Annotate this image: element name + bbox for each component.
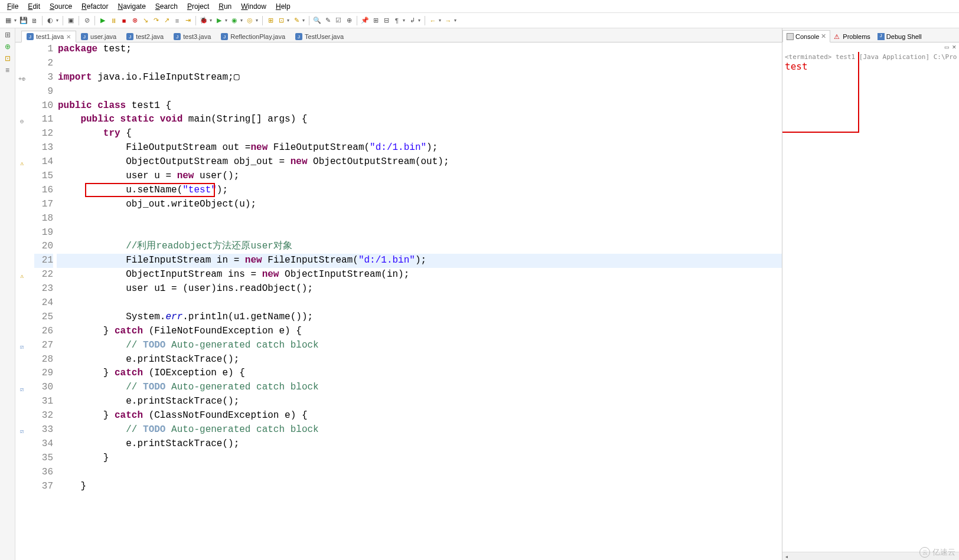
toggle-icon[interactable]: ⊕ (344, 16, 354, 25)
step-return-icon[interactable]: ↗ (162, 16, 171, 25)
code-line[interactable]: user u = new user(); (57, 169, 782, 184)
code-line[interactable]: user u1 = (user)ins.readObject(); (57, 282, 782, 296)
menu-project[interactable]: Project (182, 1, 214, 12)
menu-run[interactable]: Run (214, 1, 236, 12)
code-line[interactable]: e.printStackTrace(); (57, 437, 782, 451)
wand-icon[interactable]: ✎ (323, 16, 332, 25)
run-last-icon[interactable]: ◎ (245, 16, 255, 25)
editor-tab[interactable]: JReflectionPlay.java (216, 31, 291, 42)
debug-pause-icon[interactable]: ⏸ (109, 16, 118, 25)
editor-tab[interactable]: Jtest3.java (169, 31, 216, 42)
close-tab-icon[interactable]: ✕ (821, 32, 826, 40)
drop-frame-icon[interactable]: ≡ (172, 16, 182, 25)
step-filter-icon[interactable]: ⇥ (183, 16, 193, 25)
search-icon[interactable]: 🔍 (312, 16, 322, 25)
scroll-left-icon[interactable]: ◂ (782, 552, 791, 560)
code-line[interactable] (57, 212, 782, 226)
code-line[interactable]: } catch (FileNotFoundException e) { (57, 325, 782, 339)
menu-file[interactable]: File (2, 1, 23, 12)
code-line[interactable]: } catch (ClassNotFoundException e) { (57, 409, 782, 423)
code-line[interactable]: public static void main(String[] args) { (57, 113, 782, 127)
code-content[interactable]: package test;import java.io.FileInputStr… (57, 42, 782, 560)
pin-icon[interactable]: 📌 (360, 16, 370, 25)
menu-refactor[interactable]: Refactor (77, 1, 113, 12)
view-tab-console[interactable]: Console ✕ (782, 30, 830, 42)
bug-icon[interactable]: 🐞 (199, 16, 208, 25)
debug-stop-icon[interactable]: ■ (119, 16, 129, 25)
back-icon[interactable]: ← (428, 16, 438, 25)
console-body[interactable]: <terminated> test1 [Java Application] C:… (782, 52, 959, 552)
code-line[interactable] (57, 296, 782, 310)
code-line[interactable]: FileOutputStream out =new FileOutputStre… (57, 141, 782, 155)
package-explorer-icon[interactable]: ⊕ (5, 42, 11, 51)
format-icon[interactable]: ¶ (392, 16, 402, 25)
code-line[interactable]: // TODO Auto-generated catch block (57, 339, 782, 353)
code-line[interactable]: public class test1 { (57, 99, 782, 113)
debug-continue-icon[interactable]: ▶ (98, 16, 107, 25)
editor-tab[interactable]: Jtest2.java (122, 31, 169, 42)
code-line[interactable]: e.printStackTrace(); (57, 353, 782, 367)
code-line[interactable]: FileInputStream in = new FileInputStream… (57, 254, 782, 268)
gutter-marker[interactable]: ⊖ (18, 115, 26, 123)
step-into-icon[interactable]: ↘ (141, 16, 150, 25)
code-line[interactable]: package test; (57, 42, 782, 57)
code-line[interactable] (57, 85, 782, 99)
debug-disconnect-icon[interactable]: ⊗ (130, 16, 139, 25)
close-tab-icon[interactable]: ✕ (66, 34, 71, 40)
view-tab-debug-shell[interactable]: JDebug Shell (874, 31, 925, 42)
code-line[interactable]: } (57, 451, 782, 466)
step-over-icon[interactable]: ↷ (151, 16, 161, 25)
build-icon[interactable]: ▣ (66, 16, 76, 25)
code-line[interactable]: // TODO Auto-generated catch block (57, 423, 782, 437)
gutter-marker[interactable]: +⊕ (18, 73, 26, 81)
skip-icon[interactable]: ⊘ (82, 16, 92, 25)
code-line[interactable] (57, 226, 782, 240)
menu-edit[interactable]: Edit (23, 1, 45, 12)
gutter-marker[interactable]: ⚠ (18, 270, 26, 278)
gutter-marker[interactable]: ☑ (18, 425, 26, 433)
code-line[interactable]: ObjectInputStream ins = new ObjectInputS… (57, 268, 782, 282)
gutter-marker[interactable]: ☑ (18, 340, 26, 349)
view-tab-problems[interactable]: ⚠Problems (830, 31, 873, 42)
menu-navigate[interactable]: Navigate (113, 1, 150, 12)
outline-icon[interactable]: ≡ (5, 66, 9, 74)
code-line[interactable] (57, 57, 782, 71)
collapse-icon[interactable]: ⊟ (381, 16, 391, 25)
editor-tab[interactable]: JTestUser.java (291, 31, 349, 42)
code-line[interactable]: e.printStackTrace(); (57, 395, 782, 409)
menu-help[interactable]: Help (271, 1, 295, 12)
code-line[interactable]: } (57, 480, 782, 494)
coverage-icon[interactable]: ◉ (230, 16, 239, 25)
code-editor[interactable]: +⊕⊖⚠⚠☑☑☑ 1239101112131415161718192021222… (15, 42, 782, 560)
editor-tab[interactable]: Jtest1.java ✕ (21, 31, 76, 42)
menu-source[interactable]: Source (45, 1, 77, 12)
code-line[interactable]: } catch (IOException e) { (57, 366, 782, 381)
code-line[interactable]: ObjectOutputStream obj_out = new ObjectO… (57, 155, 782, 169)
new-package-icon[interactable]: ⊞ (266, 16, 275, 25)
code-line[interactable] (57, 466, 782, 480)
code-line[interactable]: System.err.println(u1.getName()); (57, 310, 782, 325)
code-line[interactable]: // TODO Auto-generated catch block (57, 381, 782, 395)
code-line[interactable]: u.setName("test"); (57, 184, 782, 198)
gutter-marker[interactable]: ⚠ (18, 157, 26, 165)
new-wizard-icon[interactable]: ✎ (292, 16, 301, 25)
menu-search[interactable]: Search (151, 1, 182, 12)
editor-tab[interactable]: Juser.java (76, 31, 122, 42)
expand-icon[interactable]: ⊞ (371, 16, 380, 25)
close-view-icon[interactable]: ✕ (952, 44, 957, 50)
menu-window[interactable]: Window (236, 1, 271, 12)
forward-icon[interactable]: → (443, 16, 453, 25)
save-all-icon[interactable]: 🗎 (30, 16, 39, 25)
code-line[interactable]: obj_out.writeObject(u); (57, 198, 782, 212)
new-class-icon[interactable]: ⊡ (276, 16, 286, 25)
code-line[interactable]: //利用readobject方法还原user对象 (57, 240, 782, 254)
minimize-icon[interactable]: ▭ (944, 44, 950, 50)
new-icon[interactable]: ▦ (4, 16, 13, 25)
run-icon[interactable]: ▶ (214, 16, 224, 25)
gutter-marker[interactable]: ☑ (18, 383, 26, 391)
wrap-icon[interactable]: ↲ (407, 16, 417, 25)
task-icon[interactable]: ☑ (334, 16, 343, 25)
navigator-icon[interactable]: ⊡ (5, 54, 11, 63)
restore-icon[interactable]: ⊞ (5, 31, 11, 39)
save-icon[interactable]: 💾 (19, 16, 28, 25)
